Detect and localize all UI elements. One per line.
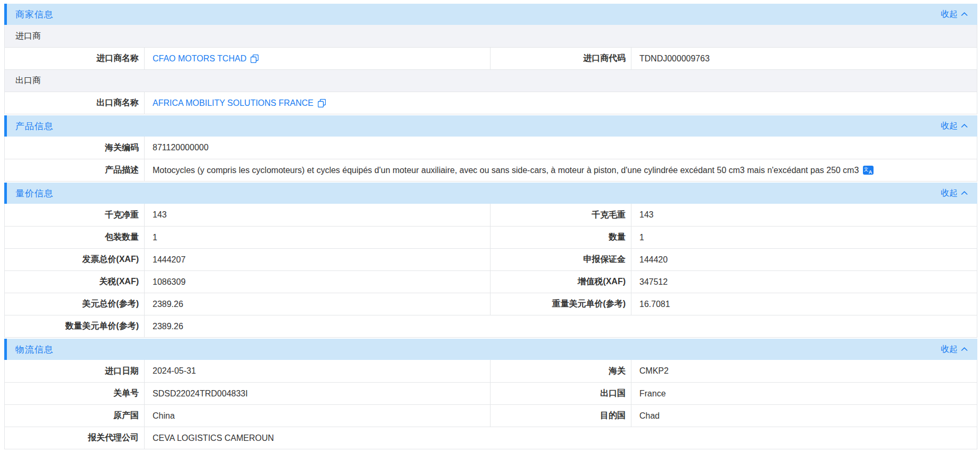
subsection-title: 出口商 bbox=[5, 70, 977, 92]
field-row: 报关代理公司CEVA LOGISTICS CAMEROUN bbox=[5, 427, 977, 449]
section-title: 商家信息 bbox=[15, 8, 54, 21]
field-row: 出口商名称AFRICA MOBILITY SOLUTIONS FRANCE bbox=[5, 92, 977, 114]
field-label-text: 报关代理公司 bbox=[88, 432, 139, 444]
field-label: 关税(XAF) bbox=[5, 271, 145, 293]
copy-icon[interactable] bbox=[251, 55, 259, 63]
field-value-text: 2389.26 bbox=[153, 300, 183, 309]
field-value: 871120000000 bbox=[145, 137, 977, 159]
field-value: 2024-05-31 bbox=[145, 360, 491, 382]
field-value: CMKP2 bbox=[631, 360, 977, 382]
field-value: 1444207 bbox=[145, 249, 491, 270]
field-value: 144420 bbox=[631, 249, 977, 270]
section-accent-bar bbox=[4, 115, 7, 137]
field-label-text: 美元总价(参考) bbox=[82, 299, 139, 310]
field-value-text: Motocycles (y compris les cyclomoteurs) … bbox=[153, 166, 859, 175]
field-value: 347512 bbox=[631, 271, 977, 293]
field-label: 关单号 bbox=[5, 383, 145, 404]
section-product-info: 产品信息收起海关编码871120000000产品描述Motocycles (y … bbox=[4, 115, 977, 182]
collapse-label: 收起 bbox=[941, 188, 958, 199]
field-label: 报关代理公司 bbox=[5, 427, 145, 449]
field-value-text: 16.7081 bbox=[639, 300, 670, 309]
subsection-row: 进口商 bbox=[5, 25, 977, 47]
section-title: 物流信息 bbox=[15, 343, 54, 356]
collapse-button[interactable]: 收起 bbox=[941, 188, 968, 199]
field-label: 进口日期 bbox=[5, 360, 145, 382]
field-row: 关单号SDSD22024TRD004833I出口国France bbox=[5, 382, 977, 404]
section-title: 产品信息 bbox=[15, 120, 54, 132]
subsection-row: 出口商 bbox=[5, 69, 977, 92]
section-accent-bar bbox=[4, 339, 7, 360]
subsection-title: 进口商 bbox=[5, 25, 977, 47]
field-row: 数量美元单价(参考)2389.26 bbox=[5, 315, 977, 337]
field-value: 143 bbox=[145, 204, 491, 226]
field-label-text: 进口商名称 bbox=[96, 53, 139, 64]
field-value-text: 143 bbox=[153, 210, 167, 220]
field-label-text: 千克净重 bbox=[105, 210, 139, 221]
field-value: SDSD22024TRD004833I bbox=[145, 383, 491, 404]
field-label: 申报保证金 bbox=[491, 249, 631, 270]
chevron-up-icon bbox=[961, 12, 968, 16]
field-label: 数量美元单价(参考) bbox=[5, 315, 145, 337]
field-value-text: Chad bbox=[639, 411, 660, 421]
collapse-button[interactable]: 收起 bbox=[941, 344, 968, 355]
field-label-text: 包装数量 bbox=[105, 232, 139, 243]
field-value-text: 1444207 bbox=[153, 255, 185, 265]
field-value: China bbox=[145, 405, 491, 427]
collapse-label: 收起 bbox=[941, 121, 958, 132]
field-label-text: 千克毛重 bbox=[592, 210, 626, 221]
field-value: CFAO MOTORS TCHAD bbox=[145, 48, 491, 69]
field-value: France bbox=[631, 383, 977, 404]
collapse-label: 收起 bbox=[941, 9, 958, 20]
chevron-up-icon bbox=[961, 347, 968, 351]
field-value: AFRICA MOBILITY SOLUTIONS FRANCE bbox=[145, 92, 977, 114]
collapse-button[interactable]: 收起 bbox=[941, 121, 968, 132]
field-value: CEVA LOGISTICS CAMEROUN bbox=[145, 427, 977, 449]
field-row: 关税(XAF)1086309增值税(XAF)347512 bbox=[5, 270, 977, 293]
field-label: 发票总价(XAF) bbox=[5, 249, 145, 270]
company-link[interactable]: AFRICA MOBILITY SOLUTIONS FRANCE bbox=[153, 98, 314, 108]
field-value: 2389.26 bbox=[145, 315, 977, 337]
field-label: 美元总价(参考) bbox=[5, 293, 145, 315]
field-value-text: 1 bbox=[639, 233, 644, 242]
field-value: Chad bbox=[631, 405, 977, 427]
field-label-text: 数量美元单价(参考) bbox=[65, 321, 139, 332]
field-label-text: 进口日期 bbox=[105, 366, 139, 377]
field-label: 进口商代码 bbox=[491, 48, 631, 69]
section-rows: 进口日期2024-05-31海关CMKP2关单号SDSD22024TRD0048… bbox=[4, 360, 977, 449]
field-value-text: 2024-05-31 bbox=[153, 366, 196, 376]
copy-icon[interactable] bbox=[318, 99, 326, 107]
field-value-text: CEVA LOGISTICS CAMEROUN bbox=[153, 433, 274, 443]
section-quantity-price-info: 量价信息收起千克净重143千克毛重143包装数量1数量1发票总价(XAF)144… bbox=[4, 183, 977, 338]
field-value-text: 2389.26 bbox=[153, 322, 183, 331]
field-row: 海关编码871120000000 bbox=[5, 137, 977, 159]
field-label: 出口国 bbox=[491, 383, 631, 404]
field-label-text: 重量美元单价(参考) bbox=[552, 299, 626, 310]
field-label: 原产国 bbox=[5, 405, 145, 427]
section-header-quantity-price-info: 量价信息收起 bbox=[4, 183, 977, 204]
field-label-text: 产品描述 bbox=[105, 165, 139, 176]
field-value: Motocycles (y compris les cyclomoteurs) … bbox=[145, 159, 977, 181]
field-value: TDNDJ000009763 bbox=[631, 48, 977, 69]
section-header-logistics-info: 物流信息收起 bbox=[4, 339, 977, 360]
field-value-text: France bbox=[639, 389, 666, 399]
field-label: 数量 bbox=[491, 227, 631, 248]
field-label-text: 数量 bbox=[609, 232, 626, 243]
field-label: 出口商名称 bbox=[5, 92, 145, 114]
field-value: 1 bbox=[631, 227, 977, 248]
field-label: 进口商名称 bbox=[5, 48, 145, 69]
field-value: 1086309 bbox=[145, 271, 491, 293]
field-label-text: 增值税(XAF) bbox=[577, 276, 626, 287]
field-row: 发票总价(XAF)1444207申报保证金144420 bbox=[5, 248, 977, 270]
section-rows: 千克净重143千克毛重143包装数量1数量1发票总价(XAF)1444207申报… bbox=[4, 204, 977, 338]
company-link[interactable]: CFAO MOTORS TCHAD bbox=[153, 54, 246, 64]
field-value-text: TDNDJ000009763 bbox=[639, 54, 710, 64]
field-label: 千克毛重 bbox=[491, 204, 631, 226]
translate-icon[interactable]: 文A bbox=[863, 166, 874, 175]
field-row: 产品描述Motocycles (y compris les cyclomoteu… bbox=[5, 159, 977, 181]
collapse-button[interactable]: 收起 bbox=[941, 9, 968, 20]
section-title: 量价信息 bbox=[15, 187, 54, 200]
section-rows: 海关编码871120000000产品描述Motocycles (y compri… bbox=[4, 137, 977, 182]
field-value-text: 144420 bbox=[639, 255, 667, 265]
field-label: 包装数量 bbox=[5, 227, 145, 248]
field-value-text: 143 bbox=[639, 210, 654, 220]
